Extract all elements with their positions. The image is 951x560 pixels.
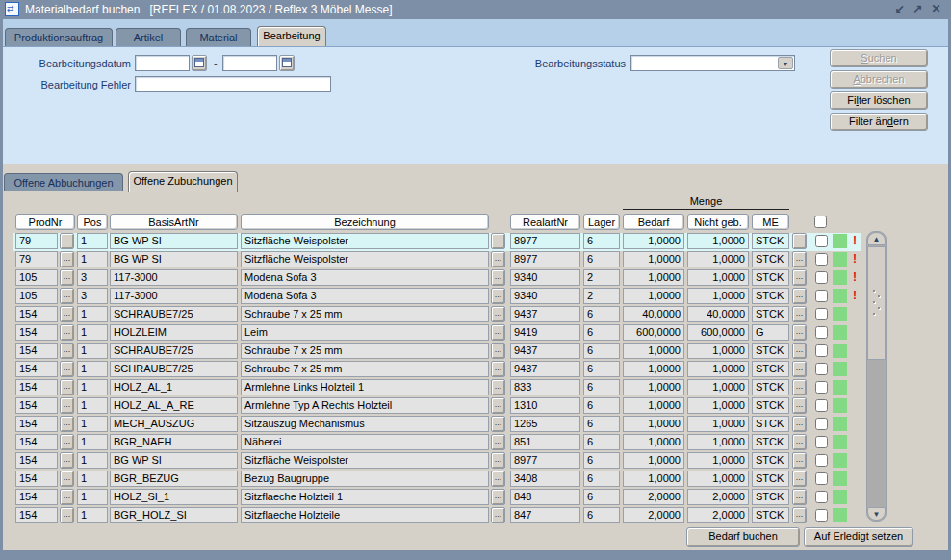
cell-bezeichnung[interactable]: Bezug Baugruppe (241, 471, 489, 487)
cell-pos[interactable]: 1 (77, 379, 108, 395)
row-lookup-button[interactable]: ... (491, 361, 505, 377)
cell-bedarf[interactable]: 40,0000 (623, 306, 684, 322)
cell-prodnr[interactable]: 154 (15, 324, 58, 341)
date-to-input[interactable] (222, 55, 277, 71)
row-checkbox[interactable] (815, 472, 828, 485)
cell-nichtgeb[interactable]: 1,0000 (687, 343, 749, 359)
cell-prodnr[interactable]: 154 (15, 452, 58, 469)
column-header-basisartnr[interactable]: BasisArtNr (110, 214, 238, 230)
cell-basisartnr[interactable]: BG WP SI (110, 251, 238, 267)
row-lookup-button[interactable]: ... (491, 306, 505, 322)
error-input[interactable] (135, 76, 331, 92)
column-header-pos[interactable]: Pos (77, 214, 108, 230)
scrollbar-thumb[interactable] (867, 246, 886, 360)
cell-pos[interactable]: 1 (77, 507, 108, 523)
tab-bearbeitung[interactable]: Bearbeitung (257, 26, 326, 46)
cell-bezeichnung[interactable]: Leim (241, 324, 489, 341)
date-from-calendar-button[interactable] (192, 55, 207, 71)
cell-prodnr[interactable]: 154 (15, 361, 58, 377)
cell-me[interactable]: STCK (752, 233, 789, 249)
tab-offene-abbuchungen[interactable]: Offene Abbuchungen (4, 173, 123, 191)
row-lookup-button[interactable]: ... (491, 507, 505, 523)
cell-prodnr[interactable]: 154 (15, 397, 58, 414)
row-lookup-button[interactable]: ... (491, 471, 505, 487)
cell-realartnr[interactable]: 9340 (510, 269, 580, 286)
cell-bedarf[interactable]: 1,0000 (623, 361, 684, 377)
cell-bezeichnung[interactable]: Armlehne Links Holzteil 1 (241, 379, 489, 395)
cell-lager[interactable]: 6 (583, 489, 620, 505)
cell-bedarf[interactable]: 2,0000 (623, 489, 684, 505)
cell-basisartnr[interactable]: BGR_HOLZ_SI (110, 507, 238, 523)
cell-bedarf[interactable]: 2,0000 (623, 507, 684, 523)
row-lookup-button[interactable]: ... (60, 251, 74, 267)
cell-realartnr[interactable]: 848 (510, 489, 580, 505)
row-lookup-button[interactable]: ... (792, 288, 807, 304)
cell-nichtgeb[interactable]: 2,0000 (687, 507, 749, 523)
cell-prodnr[interactable]: 154 (15, 306, 58, 322)
cell-nichtgeb[interactable]: 600,0000 (687, 324, 749, 341)
cell-basisartnr[interactable]: BGR_NAEH (110, 434, 238, 450)
cell-basisartnr[interactable]: BG WP SI (110, 233, 238, 249)
cell-prodnr[interactable]: 154 (15, 343, 58, 359)
row-lookup-button[interactable]: ... (792, 507, 807, 523)
date-from-input[interactable] (135, 55, 190, 71)
row-checkbox[interactable] (815, 326, 828, 339)
cell-prodnr[interactable]: 79 (15, 233, 58, 249)
tab-produktionsauftrag[interactable]: Produktionsauftrag (5, 28, 113, 46)
cell-lager[interactable]: 6 (583, 434, 620, 450)
cell-lager[interactable]: 6 (583, 452, 620, 469)
row-lookup-button[interactable]: ... (491, 251, 505, 267)
row-lookup-button[interactable]: ... (792, 324, 807, 341)
tab-artikel[interactable]: Artikel (116, 28, 181, 46)
cell-basisartnr[interactable]: 117-3000 (110, 288, 238, 304)
row-lookup-button[interactable]: ... (491, 324, 505, 341)
row-checkbox[interactable] (815, 235, 828, 247)
cell-basisartnr[interactable]: HOLZ_AL_A_RE (110, 397, 238, 414)
row-lookup-button[interactable]: ... (60, 233, 74, 249)
cell-basisartnr[interactable]: SCHRAUBE7/25 (110, 306, 238, 322)
cell-pos[interactable]: 1 (77, 471, 108, 487)
cell-me[interactable]: STCK (752, 397, 789, 414)
cell-bezeichnung[interactable]: Sitzfläche Weispolster (241, 452, 489, 469)
row-lookup-button[interactable]: ... (491, 343, 505, 359)
cell-lager[interactable]: 6 (583, 324, 620, 341)
cell-me[interactable]: STCK (752, 471, 789, 487)
cell-me[interactable]: STCK (752, 343, 789, 359)
row-checkbox[interactable] (815, 454, 828, 467)
row-lookup-button[interactable]: ... (60, 324, 74, 341)
cell-lager[interactable]: 6 (583, 397, 620, 414)
cell-me[interactable]: STCK (752, 269, 789, 286)
cell-lager[interactable]: 6 (583, 471, 620, 487)
cell-nichtgeb[interactable]: 2,0000 (687, 489, 749, 505)
row-lookup-button[interactable]: ... (792, 343, 807, 359)
cell-basisartnr[interactable]: BGR_BEZUG (110, 471, 238, 487)
column-header-bezeichnung[interactable]: Bezeichnung (241, 214, 489, 230)
cell-realartnr[interactable]: 9340 (510, 288, 580, 304)
cell-bezeichnung[interactable]: Schraube 7 x 25 mm (241, 306, 489, 322)
cell-realartnr[interactable]: 9437 (510, 343, 580, 359)
cell-pos[interactable]: 1 (77, 434, 108, 450)
dropdown-button[interactable]: ▼ (778, 57, 793, 69)
cell-me[interactable]: STCK (752, 251, 789, 267)
row-lookup-button[interactable]: ... (491, 379, 505, 395)
cell-bedarf[interactable]: 1,0000 (623, 233, 684, 249)
row-lookup-button[interactable]: ... (491, 233, 505, 249)
cell-pos[interactable]: 1 (77, 343, 108, 359)
row-lookup-button[interactable]: ... (792, 251, 807, 267)
cell-lager[interactable]: 6 (583, 251, 620, 267)
scroll-down-button[interactable]: ▼ (867, 507, 886, 521)
cell-me[interactable]: STCK (752, 507, 789, 523)
cell-basisartnr[interactable]: HOLZ_AL_1 (110, 379, 238, 395)
row-lookup-button[interactable]: ... (60, 434, 74, 450)
cell-bedarf[interactable]: 1,0000 (623, 379, 684, 395)
row-lookup-button[interactable]: ... (60, 452, 74, 469)
row-lookup-button[interactable]: ... (60, 361, 74, 377)
close-icon[interactable]: ✕ (929, 1, 943, 17)
cell-me[interactable]: STCK (752, 452, 789, 469)
cell-nichtgeb[interactable]: 1,0000 (687, 361, 749, 377)
cell-lager[interactable]: 2 (583, 288, 620, 304)
cell-basisartnr[interactable]: BG WP SI (110, 452, 238, 469)
cell-me[interactable]: STCK (752, 306, 789, 322)
cell-me[interactable]: STCK (752, 489, 789, 505)
cell-basisartnr[interactable]: HOLZ_SI_1 (110, 489, 238, 505)
